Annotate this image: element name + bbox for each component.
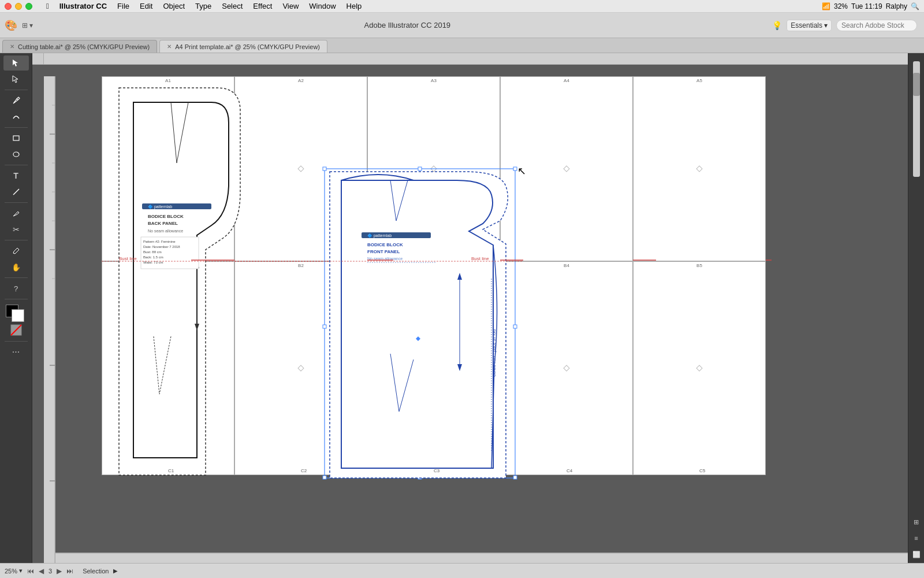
scrollbar-track[interactable] [913, 61, 920, 177]
help-menu[interactable]: Help [342, 0, 367, 13]
svg-point-3 [13, 152, 19, 157]
curvature-tool[interactable] [3, 109, 29, 124]
nav-last-btn[interactable]: ⏭ [66, 567, 73, 575]
traffic-lights [0, 3, 37, 10]
select-menu[interactable]: Select [217, 0, 247, 13]
toolbar-left: 🎨 ⊞ ▾ [0, 19, 42, 32]
tab-print-template[interactable]: ✕ A4 Print template.ai* @ 25% (CMYK/GPU … [159, 40, 327, 53]
search-icon[interactable]: 🔍 [911, 2, 919, 10]
help-tool[interactable]: ? [3, 281, 29, 296]
svg-text:🔷 patternlab: 🔷 patternlab [148, 204, 172, 209]
svg-text:No seam allowance: No seam allowance [148, 229, 183, 233]
svg-text:BODICE BLOCK: BODICE BLOCK [148, 214, 184, 219]
window-menu[interactable]: Window [304, 0, 340, 13]
svg-text:FRONT PANEL: FRONT PANEL [367, 249, 400, 254]
swatch-none[interactable] [10, 324, 22, 338]
eyedropper-tool[interactable] [3, 243, 29, 258]
tool-arrow-icon: ▶ [113, 568, 118, 574]
view-menu[interactable]: View [278, 0, 303, 13]
app-title: Adobe Illustrator CC 2019 [42, 21, 772, 29]
wifi-icon: 📶 [822, 2, 830, 10]
stroke-swatch[interactable] [12, 309, 24, 322]
align-panel-btn[interactable]: ⬜ [910, 548, 923, 561]
file-menu[interactable]: File [113, 0, 134, 13]
direct-selection-tool[interactable] [3, 72, 29, 87]
close-button[interactable] [5, 3, 12, 10]
svg-text:C4: C4 [567, 468, 573, 473]
back-panel-group: 🔷 patternlab BODICE BLOCK BACK PANEL No … [102, 88, 367, 475]
tool-divider-5 [5, 240, 28, 240]
zoom-dropdown-icon[interactable]: ▾ [19, 567, 23, 575]
zoom-value[interactable]: 25% [5, 568, 17, 575]
object-menu[interactable]: Object [158, 0, 189, 13]
scrollbar-thumb[interactable] [913, 73, 920, 96]
ai-logo: 🎨 [5, 19, 17, 32]
svg-text:Back: 1.5 cm: Back: 1.5 cm [143, 255, 163, 259]
tool-divider-1 [5, 90, 28, 90]
ruler-corner [32, 53, 44, 65]
selection-tool[interactable] [3, 55, 29, 71]
more-tools[interactable]: ··· [3, 344, 29, 360]
menu-bar:  Illustrator CC File Edit Object Type S… [0, 0, 924, 13]
app-menu[interactable]: Illustrator CC [55, 0, 111, 13]
hand-tool[interactable]: ✋ [3, 260, 29, 275]
tool-divider-3 [5, 165, 28, 165]
svg-marker-1 [13, 76, 18, 83]
scissors-tool[interactable]: ✂ [3, 222, 29, 237]
svg-text:Centre front / place on fold: Centre front / place on fold [492, 329, 497, 377]
type-menu[interactable]: Type [191, 0, 216, 13]
layers-panel-btn[interactable]: ≡ [910, 532, 923, 544]
svg-text:Bust line: Bust line [119, 256, 137, 261]
tab-cutting-table[interactable]: ✕ Cutting table.ai* @ 25% (CMYK/GPU Prev… [2, 40, 157, 53]
clock: Tue 11:19 [851, 2, 882, 10]
paintbrush-tool[interactable] [3, 206, 29, 221]
page-number: 3 [49, 568, 52, 575]
svg-marker-0 [13, 60, 18, 66]
right-panel: ⊞ ≡ ⬜ [908, 53, 924, 563]
essentials-button[interactable]: Essentials ▾ [787, 20, 832, 31]
canvas-content[interactable]: A1 A2 A3 A4 A5 [44, 65, 908, 563]
svg-text:BACK PANEL: BACK PANEL [148, 221, 178, 226]
zoom-control[interactable]: 25% ▾ [5, 567, 23, 575]
app-toolbar: 🎨 ⊞ ▾ Adobe Illustrator CC 2019 💡 Essent… [0, 13, 924, 38]
tool-divider-6 [5, 277, 28, 278]
svg-rect-70 [513, 476, 517, 479]
svg-text:Date: November 7 2018: Date: November 7 2018 [143, 245, 180, 249]
nav-next-btn[interactable]: ▶ [57, 567, 62, 575]
svg-rect-2 [13, 136, 19, 140]
type-tool[interactable]: T [3, 168, 29, 183]
battery-level: 32% [834, 2, 848, 10]
tab-close-print[interactable]: ✕ [167, 40, 172, 53]
ruler-left [44, 76, 55, 563]
front-panel-group: Centre front / place on fold 🔷 patternla… [234, 167, 523, 479]
stock-search-input[interactable] [836, 20, 917, 31]
lightbulb-icon: 💡 [772, 21, 782, 30]
maximize-button[interactable] [25, 3, 32, 10]
svg-text:C5: C5 [699, 468, 706, 473]
line-tool[interactable] [3, 184, 29, 199]
nav-first-btn[interactable]: ⏮ [27, 567, 34, 575]
svg-text:🔷 patternlab: 🔷 patternlab [367, 233, 392, 238]
canvas-area[interactable]: A1 A2 A3 A4 A5 [32, 53, 908, 563]
svg-rect-63 [323, 167, 326, 171]
svg-text:C2: C2 [301, 468, 307, 473]
edit-menu[interactable]: Edit [135, 0, 157, 13]
nav-prev-btn[interactable]: ◀ [39, 567, 44, 575]
tool-divider-2 [5, 127, 28, 128]
pen-tool[interactable] [3, 93, 29, 108]
ellipse-tool[interactable] [3, 147, 29, 162]
menu-bar-right: 📶 32% Tue 11:19 Ralphy 🔍 [822, 2, 924, 10]
tool-divider-8 [5, 341, 28, 342]
properties-panel-btn[interactable]: ⊞ [910, 516, 923, 528]
effect-menu[interactable]: Effect [248, 0, 277, 13]
apple-menu[interactable]:  [42, 0, 54, 13]
username: Ralphy [886, 2, 907, 10]
pattern-svg: 🔷 patternlab BODICE BLOCK BACK PANEL No … [102, 76, 772, 475]
rectangle-tool[interactable] [3, 131, 29, 146]
color-swatches [6, 305, 27, 322]
tab-close-cutting[interactable]: ✕ [10, 40, 14, 53]
toolbar-layout-btn[interactable]: ⊞ ▾ [22, 21, 33, 29]
ruler-bottom [55, 553, 908, 563]
svg-rect-65 [513, 167, 517, 171]
minimize-button[interactable] [15, 3, 22, 10]
